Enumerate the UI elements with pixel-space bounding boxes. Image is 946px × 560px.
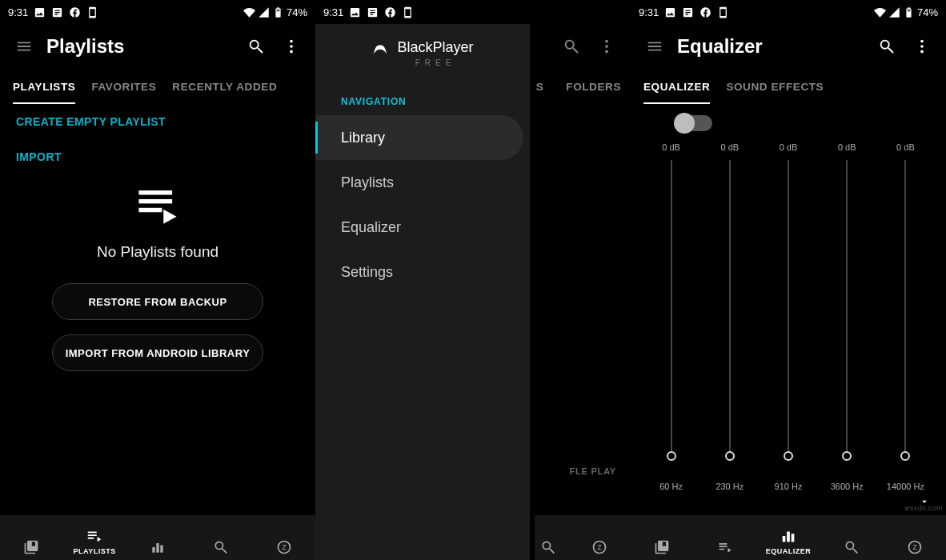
signal-icon: [258, 6, 270, 18]
search-icon[interactable]: [869, 29, 904, 64]
svg-text:Z: Z: [597, 543, 601, 551]
bottom-nav: EQUALIZER Z: [631, 515, 946, 560]
svg-rect-6: [152, 547, 154, 553]
app-bar: Equalizer: [631, 24, 946, 69]
page-title: Equalizer: [677, 35, 869, 58]
nav-search[interactable]: [192, 539, 250, 555]
nav-sleep[interactable]: Z: [255, 539, 313, 555]
band-db: 0 dB: [720, 142, 739, 152]
eq-band-230: 0 dB 230 Hz: [700, 142, 759, 491]
app-name: BlackPlayer: [397, 39, 473, 56]
tab-row: PLAYLISTS FAVORITES RECENTLY ADDED: [0, 69, 315, 104]
eq-content: 0 dB 60 Hz 0 dB 230 Hz 0 dB 910 Hz 0 dB …: [631, 104, 946, 515]
battery-pct: 74%: [917, 6, 938, 18]
nav-section-label: NAVIGATION: [315, 82, 530, 115]
hamburger-icon[interactable]: [637, 29, 672, 64]
content: CREATE EMPTY PLAYLIST IMPORT No Playlist…: [0, 104, 315, 515]
nav-playlists[interactable]: PLAYLISTS: [66, 527, 123, 555]
app-tier: FREE: [415, 58, 456, 67]
band-slider[interactable]: [876, 160, 935, 467]
status-time: 9:31: [8, 6, 28, 18]
search-icon[interactable]: [239, 29, 274, 64]
nav-library[interactable]: [633, 539, 691, 555]
bottom-nav: PLAYLISTS Z: [0, 515, 315, 560]
hamburger-icon[interactable]: [6, 29, 42, 64]
facebook-icon: [699, 6, 712, 18]
nav-library[interactable]: [2, 539, 60, 555]
restore-button[interactable]: RESTORE FROM BACKUP: [52, 283, 263, 320]
nav-equalizer[interactable]: [129, 539, 186, 555]
band-db: 0 dB: [780, 142, 798, 152]
signal-icon: [888, 6, 900, 18]
create-playlist-link[interactable]: CREATE EMPTY PLAYLIST: [0, 104, 315, 139]
nav-sleep[interactable]: Z: [886, 539, 944, 555]
status-bar: 9:31 74%: [0, 0, 315, 24]
band-db: 0 dB: [662, 142, 680, 152]
battery-pct: 74%: [287, 6, 307, 18]
svg-point-1: [290, 45, 293, 48]
more-icon[interactable]: [274, 29, 309, 64]
svg-point-12: [605, 45, 608, 48]
nav-search[interactable]: [535, 539, 562, 555]
note-icon: [682, 6, 694, 18]
tab-recent[interactable]: RECENTLY ADDED: [164, 69, 285, 104]
tab-sound-effects[interactable]: SOUND EFFECTS: [718, 69, 832, 104]
nav-drawer: BlackPlayer FREE NAVIGATION Library Play…: [315, 24, 530, 560]
status-bar: 9:31 74%: [631, 0, 946, 24]
note-icon: [51, 6, 63, 18]
eq-band-910: 0 dB 910 Hz: [759, 142, 817, 491]
band-db: 0 dB: [838, 142, 856, 152]
status-time: 9:31: [639, 6, 659, 18]
shuffle-fragment[interactable]: FLE PLAY: [569, 466, 616, 476]
nav-playlists[interactable]: [696, 539, 754, 555]
import-android-button[interactable]: IMPORT FROM ANDROID LIBRARY: [52, 334, 263, 371]
svg-rect-7: [156, 543, 158, 553]
import-link[interactable]: IMPORT: [0, 139, 315, 174]
eq-band-14000: 0 dB 14000 Hz: [876, 142, 935, 491]
nav-search[interactable]: [823, 539, 880, 555]
eq-band-3600: 0 dB 3600 Hz: [818, 142, 876, 491]
nav-equalizer[interactable]: EQUALIZER: [760, 527, 817, 555]
eq-band-60: 0 dB 60 Hz: [642, 142, 700, 491]
device-icon: [402, 6, 414, 18]
playlist-empty-icon: [134, 187, 181, 226]
eq-toggle[interactable]: [675, 115, 712, 131]
band-slider[interactable]: [642, 160, 700, 467]
tab-row: EQUALIZER SOUND EFFECTS: [631, 69, 946, 104]
wifi-icon: [874, 6, 886, 18]
more-icon[interactable]: [904, 29, 940, 64]
nav-sleep[interactable]: Z: [586, 539, 613, 555]
tab-equalizer[interactable]: EQUALIZER: [635, 69, 718, 104]
svg-point-0: [290, 40, 293, 43]
svg-rect-4: [138, 199, 172, 203]
search-icon[interactable]: [554, 29, 589, 64]
drawer-item-library[interactable]: Library: [315, 115, 523, 160]
preset-dropdown[interactable]: [631, 491, 946, 515]
drawer-item-settings[interactable]: Settings: [315, 250, 523, 294]
band-db: 0 dB: [896, 142, 915, 152]
facebook-icon: [69, 6, 81, 18]
tab-fragment[interactable]: S: [536, 81, 544, 93]
drawer-item-playlists[interactable]: Playlists: [315, 160, 523, 205]
app-logo-icon: [371, 39, 389, 57]
status-bar: 9:31: [315, 0, 631, 24]
nav-label: EQUALIZER: [766, 547, 812, 555]
drawer-header: BlackPlayer FREE: [315, 24, 530, 82]
app-bar: Playlists: [0, 24, 315, 69]
tab-folders[interactable]: FOLDERS: [566, 81, 621, 93]
band-slider[interactable]: [818, 160, 876, 467]
svg-text:Z: Z: [912, 543, 916, 551]
svg-point-18: [920, 50, 924, 54]
svg-rect-3: [138, 190, 172, 194]
page-title: Playlists: [46, 35, 239, 58]
device-icon: [86, 6, 98, 18]
note-icon: [367, 6, 379, 18]
band-slider[interactable]: [759, 160, 817, 467]
band-slider[interactable]: [700, 160, 759, 467]
more-icon[interactable]: [589, 29, 624, 64]
drawer-item-equalizer[interactable]: Equalizer: [315, 205, 523, 250]
image-icon: [664, 6, 676, 18]
svg-text:Z: Z: [282, 543, 286, 551]
tab-favorites[interactable]: FAVORITES: [83, 69, 164, 104]
tab-playlists[interactable]: PLAYLISTS: [5, 69, 83, 104]
